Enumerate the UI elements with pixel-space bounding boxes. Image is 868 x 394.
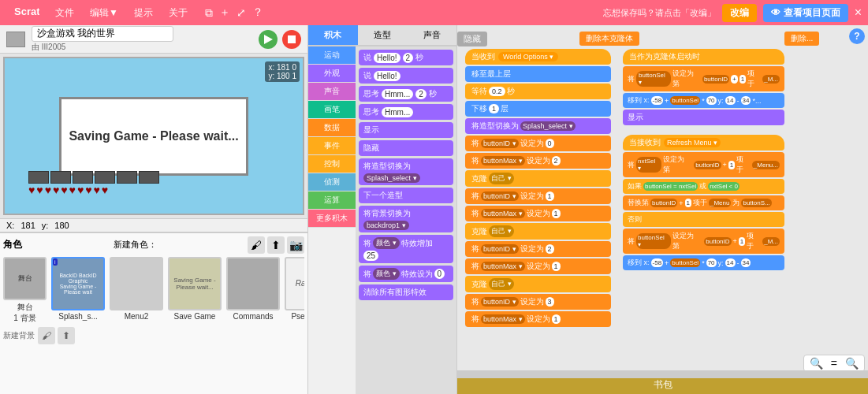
block-replace[interactable]: 替换第 buttonID + 1 项于 _Menu 为 buttonS... — [623, 195, 784, 210]
paint-backdrop-tool[interactable]: 🖌 — [38, 327, 55, 344]
sprite-info-badge: i — [53, 258, 58, 266]
block-set-buttonMax-1b[interactable]: 将 buttonMax ▾ 设定为 1 — [465, 258, 611, 274]
sprites-header: 角色 新建角色： 🖌 ⬆ 📷 — [3, 236, 304, 254]
sprite-item-splash[interactable]: i BackID BackID GraphicSaving Game - Ple… — [51, 257, 105, 324]
block-set-buttonID-3[interactable]: 将 buttonID ▾ 设定为 3 — [465, 294, 611, 310]
tab-blocks[interactable]: 积木 — [308, 25, 358, 45]
stage-thumb-label: 舞台 — [18, 273, 32, 284]
camera-sprite-tool[interactable]: 📷 — [287, 236, 304, 254]
zoom-reset-button[interactable]: = — [829, 357, 840, 370]
block-set-effect[interactable]: 将 颜色 ▾ 特效增加 25 — [359, 235, 453, 263]
plus-icon: ＋ — [219, 6, 230, 20]
block-set-buttonID-2[interactable]: 将 buttonID ▾ 设定为 2 — [465, 241, 611, 257]
menu-tips[interactable]: 提示 — [129, 5, 158, 21]
upload-backdrop-tool[interactable]: ⬆ — [58, 327, 75, 344]
block-move-xy2[interactable]: 移到 x: -58 + buttonSel * 70 y: 14 - 34 — [623, 255, 784, 270]
script-area: 隐藏 删除本克隆体 删除... ? 当收到 World Options ▾ 移至… — [457, 25, 868, 394]
sprite-item-savegame[interactable]: Saving Game - Please wait... Save Game — [168, 257, 222, 324]
cat-control[interactable]: 控制 — [308, 155, 356, 173]
zoom-in-button[interactable]: 🔍 — [843, 357, 861, 370]
block-move-xy[interactable]: 移到 x: -58 + buttonSel * 70 y: 14 - 34 *.… — [623, 93, 784, 108]
block-set-nxtSel[interactable]: 将 nxtSel ▾ 设定为 第 buttonID + 1 项于 _Menu..… — [623, 152, 784, 177]
block-think[interactable]: 思考 Hmm... — [359, 104, 453, 120]
block-switch-backdrop[interactable]: 将背景切换为 backdrop1 ▾ — [359, 206, 453, 232]
block-move-down[interactable]: 下移 1 层 — [465, 101, 611, 117]
ground-tiles — [28, 171, 159, 184]
block-clone-2[interactable]: 克隆 自己 ▾ — [465, 223, 611, 240]
block-switch-costume2[interactable]: 将造型切换为 Splash_select ▾ — [465, 118, 611, 134]
upload-sprite-tool[interactable]: ⬆ — [267, 236, 285, 254]
block-show2[interactable]: 显示 — [623, 110, 784, 125]
project-thumbnail — [6, 32, 25, 47]
help-button[interactable]: ? — [849, 28, 865, 44]
block-switch-costume[interactable]: 将造型切换为 Splash_select ▾ — [359, 158, 453, 185]
block-show[interactable]: 显示 — [359, 122, 453, 138]
sprite-name-stage: 舞台1 背景 — [13, 302, 35, 324]
new-sprite-label: 新建角色： — [114, 239, 157, 251]
scratch-logo[interactable]: Scratch — [6, 2, 44, 24]
block-set-buttonMax-1c[interactable]: 将 buttonMax ▾ 设定为 1 — [465, 311, 611, 327]
block-clone-3[interactable]: 克隆 自己 ▾ — [465, 276, 611, 292]
block-set-buttonID-0[interactable]: 将 buttonID ▾ 设定为 0 — [465, 136, 611, 151]
heart-icon: ♥ — [69, 184, 76, 196]
cat-operators[interactable]: 运算 — [308, 191, 356, 210]
block-set-buttonID-1[interactable]: 将 buttonID ▾ 设定为 1 — [465, 188, 611, 204]
delete-clone-label: 删除本克隆体 — [579, 32, 639, 46]
sprite-name-commands: Commands — [233, 312, 273, 321]
block-set-buttonMax-1a[interactable]: 将 buttonMax ▾ 设定为 1 — [465, 206, 611, 221]
menu-about[interactable]: 关于 — [164, 5, 192, 21]
block-set-buttonSel2[interactable]: 将 buttonSel ▾ 设定为 第 buttonID + 1 项于 _M..… — [623, 229, 784, 254]
ground-tile — [50, 171, 71, 184]
when-receive-world-options[interactable]: 当收到 World Options ▾ — [465, 49, 611, 65]
block-wait[interactable]: 等待 0.2 秒 — [465, 84, 611, 99]
horizontal-scrollbar[interactable] — [457, 370, 868, 378]
when-receive-refresh[interactable]: 当接收到 Refresh Menu ▾ — [623, 135, 784, 151]
project-name-input[interactable] — [32, 26, 173, 42]
sprite-item-menu2[interactable]: Menu2 — [110, 257, 163, 324]
blocks-tabs: 积木 造型 声音 — [308, 25, 456, 46]
cat-sensing[interactable]: 侦测 — [308, 173, 356, 191]
stop-button[interactable] — [282, 30, 301, 49]
block-say-hello-secs[interactable]: 说 Hello! 2 秒 — [359, 50, 453, 65]
block-set-buttonMax-2[interactable]: 将 buttonMax ▾ 设定为 2 — [465, 153, 611, 169]
sprite-item-pseudora[interactable]: Random! Pseudora... — [285, 257, 304, 324]
cat-data[interactable]: 数据 — [308, 119, 356, 137]
cat-events[interactable]: 事件 — [308, 137, 356, 155]
block-clone-1[interactable]: 克隆 自己 ▾ — [465, 170, 611, 187]
block-next-costume[interactable]: 下一个造型 — [359, 188, 453, 203]
zoom-out-button[interactable]: 🔍 — [807, 357, 825, 370]
when-clone-starts[interactable]: 当作为克隆体启动时 — [623, 49, 784, 65]
main-layout: 由 III2005 Saving Game - Please wait... — [0, 25, 868, 394]
view-page-button[interactable]: 👁 查看项目页面 — [763, 4, 848, 22]
block-think-secs[interactable]: 思考 Hmm... 2 秒 — [359, 86, 453, 102]
cat-sound[interactable]: 声音 — [308, 83, 356, 101]
close-button[interactable]: × — [855, 6, 862, 20]
block-clear-all-effects[interactable]: 清除所有图形特效 — [359, 284, 453, 300]
sprite-thumb-splash: i BackID BackID GraphicSaving Game - Ple… — [51, 257, 105, 310]
cat-pen[interactable]: 画笔 — [308, 101, 356, 119]
paint-sprite-tool[interactable]: 🖌 — [248, 236, 265, 254]
tab-sounds[interactable]: 声音 — [407, 25, 456, 45]
cat-more[interactable]: 更多积木 — [308, 210, 356, 228]
sprite-item-stage[interactable]: 舞台 舞台1 背景 — [3, 257, 47, 324]
block-set-buttonSel[interactable]: 将 buttonSel ▾ 设定为 第 buttonID + 1 项于 _M..… — [623, 66, 784, 91]
script-canvas: 当收到 World Options ▾ 移至最上层 等待 0.2 秒 下移 1 … — [457, 25, 868, 394]
green-flag-button[interactable] — [259, 30, 278, 49]
sprite-item-commands[interactable]: Commands — [226, 257, 280, 324]
tab-costumes[interactable]: 造型 — [358, 25, 408, 45]
block-move-top[interactable]: 移至最上层 — [465, 66, 611, 82]
project-info: 由 III2005 — [0, 25, 307, 54]
block-if-condition[interactable]: 如果 buttonSel = nxtSel 或 nxtSel < 0 — [623, 179, 784, 194]
edit-button[interactable]: 改编 — [722, 4, 757, 22]
stage-container: Saving Game - Please wait... ♥ ♥ ♥ ♥ ♥ ♥… — [3, 57, 304, 215]
menu-file[interactable]: 文件 — [50, 5, 79, 21]
menu-edit[interactable]: 编辑▼ — [85, 5, 123, 21]
x-value: 181 — [20, 221, 35, 230]
save-notice: 忘想保存吗？请点击「改编」 — [603, 7, 716, 19]
cat-looks[interactable]: 外观 — [308, 65, 356, 83]
cat-motion[interactable]: 运动 — [308, 46, 356, 65]
hidden-label[interactable]: 隐藏 — [457, 32, 487, 46]
block-say-hello[interactable]: 说 Hello! — [359, 68, 453, 84]
block-clear-effect[interactable]: 将 颜色 ▾ 特效设为 0 — [359, 266, 453, 282]
block-hide[interactable]: 隐藏 — [359, 140, 453, 156]
